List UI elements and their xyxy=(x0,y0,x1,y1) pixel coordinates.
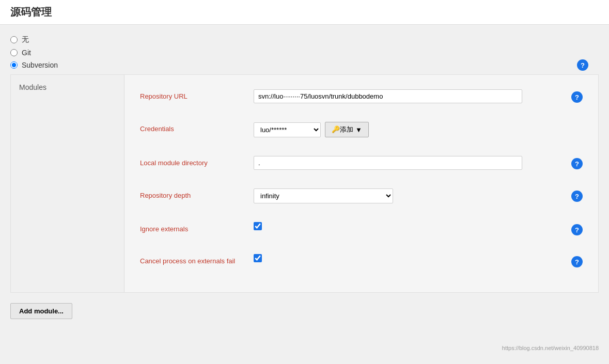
repo-depth-label: Repository depth xyxy=(140,188,254,199)
repo-url-control xyxy=(254,89,562,103)
cancel-externals-checkbox[interactable] xyxy=(254,254,262,262)
repo-url-help-icon[interactable]: ? xyxy=(571,91,583,103)
repo-url-row: Repository URL ? xyxy=(140,85,583,107)
local-module-dir-control xyxy=(254,156,562,170)
radio-none[interactable] xyxy=(10,36,18,43)
footer-url: https://blog.csdn.net/weixin_40990818 xyxy=(0,340,609,356)
local-module-dir-help-col: ? xyxy=(562,156,583,169)
radio-git[interactable] xyxy=(10,49,18,56)
local-module-dir-input[interactable] xyxy=(254,156,522,170)
repo-url-input[interactable] xyxy=(254,89,522,103)
add-module-button[interactable]: Add module... xyxy=(10,303,72,319)
radio-svn[interactable] xyxy=(10,61,18,69)
add-credentials-label: 🔑添加 xyxy=(332,125,353,134)
ignore-externals-label: Ignore externals xyxy=(140,222,254,233)
repo-url-label: Repository URL xyxy=(140,89,254,100)
credentials-select[interactable]: luo/****** xyxy=(254,122,321,137)
local-module-dir-row: Local module directory ? xyxy=(140,152,583,174)
radio-svn-group: Subversion ? xyxy=(10,61,599,69)
radio-svn-label[interactable]: Subversion xyxy=(22,61,58,69)
ignore-externals-checkbox[interactable] xyxy=(254,222,262,230)
local-module-dir-help-icon[interactable]: ? xyxy=(571,158,583,169)
local-module-dir-label: Local module directory xyxy=(140,156,254,167)
repo-depth-select[interactable]: infinity empty files immediates xyxy=(254,188,393,203)
add-credentials-arrow: ▼ xyxy=(355,126,362,134)
radio-git-label[interactable]: Git xyxy=(22,49,31,57)
ignore-externals-control xyxy=(254,222,562,230)
repo-depth-row: Repository depth infinity empty files im… xyxy=(140,184,583,208)
modules-label: Modules xyxy=(19,83,46,91)
credentials-control: luo/****** 🔑添加 ▼ xyxy=(254,122,562,137)
cancel-externals-label: Cancel process on externals fail xyxy=(140,254,254,265)
credentials-label: Credentials xyxy=(140,122,254,133)
subversion-section: Modules Repository URL ? Credentials xyxy=(10,74,599,293)
svn-help-icon[interactable]: ? xyxy=(577,59,588,71)
modules-content: Repository URL ? Credentials luo/****** xyxy=(124,75,598,292)
cancel-externals-help-icon[interactable]: ? xyxy=(571,256,583,267)
radio-git-group: Git xyxy=(10,49,599,57)
repo-url-help-col: ? xyxy=(562,89,583,103)
credentials-row: Credentials luo/****** 🔑添加 ▼ xyxy=(140,118,583,141)
ignore-externals-row: Ignore externals ? xyxy=(140,218,583,240)
ignore-externals-help-icon[interactable]: ? xyxy=(571,224,583,235)
repo-depth-help-col: ? xyxy=(562,188,583,202)
add-credentials-button[interactable]: 🔑添加 ▼ xyxy=(325,122,369,137)
radio-none-label[interactable]: 无 xyxy=(22,35,29,44)
radio-none-group: 无 xyxy=(10,35,599,44)
add-module-section: Add module... xyxy=(10,293,599,329)
page-header: 源码管理 xyxy=(0,0,609,25)
cancel-externals-help-col: ? xyxy=(562,254,583,267)
modules-sidebar: Modules xyxy=(11,75,124,292)
credentials-help-col xyxy=(562,122,583,124)
main-content: 无 Git Subversion ? Modules Repository UR… xyxy=(0,25,609,340)
repo-depth-help-icon[interactable]: ? xyxy=(571,191,583,202)
page-title: 源码管理 xyxy=(10,6,52,18)
repo-depth-control: infinity empty files immediates xyxy=(254,188,562,203)
cancel-externals-row: Cancel process on externals fail ? xyxy=(140,250,583,272)
page-wrapper: 源码管理 无 Git Subversion ? Modules xyxy=(0,0,609,364)
ignore-externals-help-col: ? xyxy=(562,222,583,235)
add-module-label: Add module... xyxy=(19,307,64,315)
cancel-externals-control xyxy=(254,254,562,262)
